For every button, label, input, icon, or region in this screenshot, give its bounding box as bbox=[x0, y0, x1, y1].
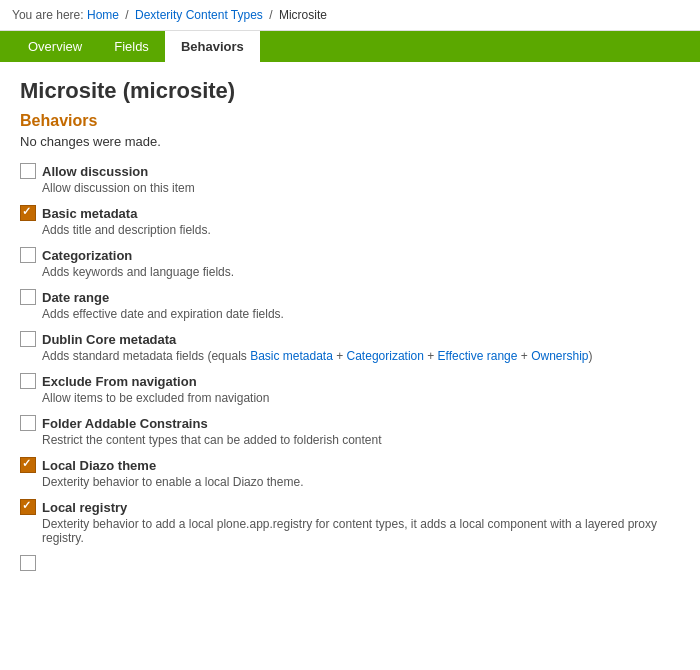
breadcrumb-current: Microsite bbox=[279, 8, 327, 22]
checkbox-date-range[interactable] bbox=[20, 289, 36, 305]
behavior-basic-metadata-desc: Adds title and description fields. bbox=[42, 223, 680, 237]
behavior-dublin-core: Dublin Core metadata Adds standard metad… bbox=[20, 331, 680, 363]
breadcrumb-sep-1: / bbox=[125, 8, 128, 22]
tab-behaviors[interactable]: Behaviors bbox=[165, 31, 260, 62]
behavior-categorization: Categorization Adds keywords and languag… bbox=[20, 247, 680, 279]
behavior-local-registry-desc: Dexterity behavior to add a local plone.… bbox=[42, 517, 680, 545]
behavior-local-diazo-theme: Local Diazo theme Dexterity behavior to … bbox=[20, 457, 680, 489]
breadcrumb-content-types[interactable]: Dexterity Content Types bbox=[135, 8, 263, 22]
link-effective-range[interactable]: Effective range bbox=[438, 349, 518, 363]
behavior-folder-addable-constrains: Folder Addable Constrains Restrict the c… bbox=[20, 415, 680, 447]
behavior-exclude-from-navigation-desc: Allow items to be excluded from navigati… bbox=[42, 391, 680, 405]
checkbox-categorization[interactable] bbox=[20, 247, 36, 263]
behavior-folder-addable-constrains-label: Folder Addable Constrains bbox=[42, 416, 208, 431]
behavior-date-range: Date range Adds effective date and expir… bbox=[20, 289, 680, 321]
breadcrumb-home[interactable]: Home bbox=[87, 8, 119, 22]
breadcrumb-sep-2: / bbox=[269, 8, 272, 22]
behavior-date-range-label: Date range bbox=[42, 290, 109, 305]
breadcrumb: You are here: Home / Dexterity Content T… bbox=[0, 0, 700, 31]
behavior-allow-discussion-desc: Allow discussion on this item bbox=[42, 181, 680, 195]
behavior-dublin-core-label: Dublin Core metadata bbox=[42, 332, 176, 347]
link-basic-metadata[interactable]: Basic metadata bbox=[250, 349, 333, 363]
behavior-allow-discussion: Allow discussion Allow discussion on thi… bbox=[20, 163, 680, 195]
tab-overview[interactable]: Overview bbox=[12, 31, 98, 62]
section-title: Behaviors bbox=[20, 112, 680, 130]
main-content: Microsite (microsite) Behaviors No chang… bbox=[0, 62, 700, 601]
checkbox-local-diazo-theme[interactable] bbox=[20, 457, 36, 473]
behavior-local-registry-label: Local registry bbox=[42, 500, 127, 515]
checkbox-dublin-core[interactable] bbox=[20, 331, 36, 347]
behavior-folder-addable-constrains-desc: Restrict the content types that can be a… bbox=[42, 433, 680, 447]
behavior-date-range-desc: Adds effective date and expiration date … bbox=[42, 307, 680, 321]
checkbox-exclude-from-navigation[interactable] bbox=[20, 373, 36, 389]
breadcrumb-prefix: You are here: bbox=[12, 8, 84, 22]
behavior-allow-discussion-label: Allow discussion bbox=[42, 164, 148, 179]
behavior-basic-metadata-label: Basic metadata bbox=[42, 206, 137, 221]
tabs-bar: Overview Fields Behaviors bbox=[0, 31, 700, 62]
behavior-dublin-core-desc: Adds standard metadata fields (equals Ba… bbox=[42, 349, 680, 363]
behavior-local-diazo-theme-desc: Dexterity behavior to enable a local Dia… bbox=[42, 475, 680, 489]
checkbox-basic-metadata[interactable] bbox=[20, 205, 36, 221]
behavior-local-diazo-theme-label: Local Diazo theme bbox=[42, 458, 156, 473]
tab-fields[interactable]: Fields bbox=[98, 31, 165, 62]
checkbox-allow-discussion[interactable] bbox=[20, 163, 36, 179]
behavior-exclude-from-navigation: Exclude From navigation Allow items to b… bbox=[20, 373, 680, 405]
behavior-last-item bbox=[20, 555, 680, 571]
checkbox-last[interactable] bbox=[20, 555, 36, 571]
behavior-basic-metadata: Basic metadata Adds title and descriptio… bbox=[20, 205, 680, 237]
checkbox-local-registry[interactable] bbox=[20, 499, 36, 515]
page-title: Microsite (microsite) bbox=[20, 78, 680, 104]
behavior-categorization-label: Categorization bbox=[42, 248, 132, 263]
no-changes-message: No changes were made. bbox=[20, 134, 680, 149]
link-categorization[interactable]: Categorization bbox=[347, 349, 424, 363]
checkbox-folder-addable-constrains[interactable] bbox=[20, 415, 36, 431]
behavior-exclude-from-navigation-label: Exclude From navigation bbox=[42, 374, 197, 389]
behavior-categorization-desc: Adds keywords and language fields. bbox=[42, 265, 680, 279]
behavior-local-registry: Local registry Dexterity behavior to add… bbox=[20, 499, 680, 545]
link-ownership[interactable]: Ownership bbox=[531, 349, 588, 363]
